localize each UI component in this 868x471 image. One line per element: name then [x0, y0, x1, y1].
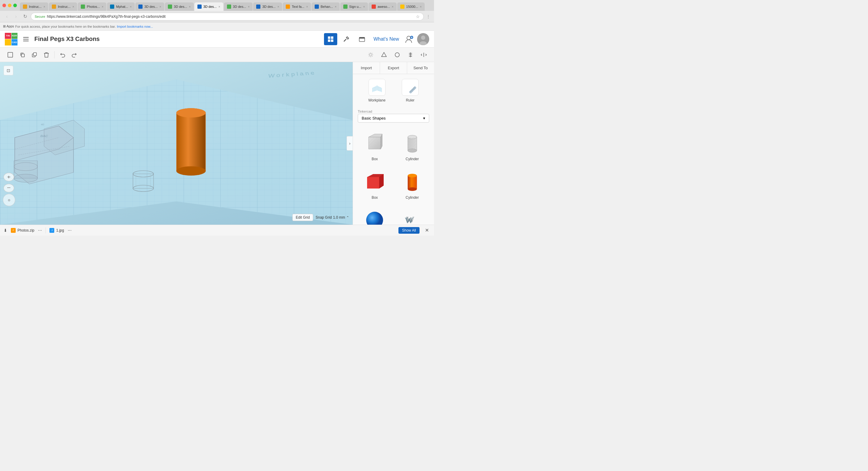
tab-5[interactable]: 3D des... ×	[135, 2, 164, 11]
tab-8[interactable]: 3D des... ×	[224, 2, 253, 11]
avatar[interactable]	[417, 33, 429, 45]
tab-10[interactable]: Text fa... ×	[283, 2, 311, 11]
shape-box-wireframe[interactable]: Box	[358, 129, 392, 164]
workplane-toggle-button[interactable]	[5, 49, 16, 60]
svg-rect-3	[328, 36, 330, 39]
view-cube[interactable]: ⊙	[2, 193, 16, 207]
shape-box-solid-label: Box	[372, 196, 378, 200]
page-title: Final Pegs X3 Carbons	[34, 36, 320, 42]
shape-box-solid[interactable]: Box	[358, 167, 392, 202]
add-user-button[interactable]	[404, 34, 415, 44]
bookmarks-message: For quick access, place your bookmarks h…	[16, 25, 116, 28]
shape-cylinder-wireframe[interactable]: Cylinder	[396, 129, 430, 164]
ruler-icon	[402, 79, 418, 96]
svg-text:−: −	[7, 185, 11, 191]
download-icon: ⬇	[4, 228, 7, 233]
snap-grid-stepper-icon[interactable]: ⌃	[346, 215, 349, 220]
svg-rect-0	[23, 37, 29, 38]
fit-view-button[interactable]: ⊡	[4, 66, 13, 75]
hamburger-menu-button[interactable]	[21, 34, 31, 44]
edit-grid-button[interactable]: Edit Grid	[292, 214, 313, 221]
star-icon[interactable]: ☆	[416, 14, 420, 19]
close-button[interactable]	[2, 4, 6, 7]
tab-3[interactable]: Photos... ×	[78, 2, 106, 11]
camera-button[interactable]	[355, 33, 369, 45]
tab-11[interactable]: Behan... ×	[312, 2, 340, 11]
tab-14[interactable]: 15000... ×	[397, 2, 425, 11]
tab-9[interactable]: 3D des... ×	[253, 2, 282, 11]
view-controls: ⊡	[4, 66, 13, 75]
duplicate-button[interactable]	[29, 49, 40, 60]
file-2: J 1.jpg	[50, 228, 64, 233]
header-actions: What's New	[324, 33, 429, 45]
shape-sphere[interactable]: Sphere	[358, 206, 392, 225]
tab-12[interactable]: Sign u... ×	[340, 2, 368, 11]
svg-point-10	[407, 36, 410, 40]
visibility-button[interactable]	[365, 49, 376, 60]
tinkercad-logo[interactable]: TIN KER CAD	[5, 33, 18, 45]
tool-button[interactable]	[340, 33, 353, 45]
viewport[interactable]: Workplane	[0, 62, 352, 225]
svg-point-29	[176, 108, 206, 117]
address-field[interactable]: Secure https://www.tinkercad.com/things/…	[31, 13, 424, 21]
svg-point-86	[408, 187, 417, 191]
snap-grid-value[interactable]: 1.0 mm	[333, 215, 345, 220]
tab-7-active[interactable]: 3D des... ×	[194, 2, 223, 11]
snap-grid-label: Snap Grid	[315, 215, 332, 220]
tab-1[interactable]: Instruc... ×	[20, 2, 48, 11]
reload-button[interactable]: ↻	[22, 13, 28, 20]
grid-view-button[interactable]	[324, 33, 337, 45]
undo-button[interactable]	[57, 49, 68, 60]
svg-point-22	[395, 53, 399, 57]
workplane-label: Workplane	[368, 98, 385, 102]
collapse-sidebar-button[interactable]: ›	[347, 136, 352, 150]
tab-4[interactable]: Mphat... ×	[107, 2, 135, 11]
address-bar: ‹ › ↻ Secure https://www.tinkercad.com/t…	[0, 11, 434, 22]
file-2-options-button[interactable]: ···	[67, 228, 71, 233]
menu-icon[interactable]: ⋮	[426, 14, 430, 19]
shapes-header: Tinkercad Basic Shapes ▾	[353, 107, 434, 125]
ruler-label: Ruler	[406, 98, 415, 102]
shape-cylinder-solid[interactable]: Cylinder	[396, 167, 430, 202]
shapes-dropdown[interactable]: Basic Shapes ▾	[358, 114, 429, 123]
import-button[interactable]: Import	[353, 62, 380, 74]
tab-6[interactable]: 3D des... ×	[165, 2, 194, 11]
circle-tool-button[interactable]	[392, 49, 403, 60]
svg-text:⊙: ⊙	[8, 198, 10, 202]
shape-cylinder-wireframe-label: Cylinder	[406, 157, 419, 161]
svg-marker-61	[369, 137, 381, 149]
import-bookmarks-link[interactable]: Import bookmarks now...	[117, 25, 153, 28]
toolbar-right	[365, 49, 429, 60]
snap-grid-control: Snap Grid 1.0 mm ⌃	[315, 215, 349, 220]
minimize-button[interactable]	[8, 4, 11, 7]
shape-text3d-preview: W W	[400, 208, 424, 225]
file-2-name: 1.jpg	[56, 228, 64, 233]
svg-rect-9	[359, 37, 365, 38]
bookmarks-bar: ⊞ Apps For quick access, place your book…	[0, 22, 434, 31]
send-to-button[interactable]: Send To	[407, 62, 434, 74]
export-button[interactable]: Export	[380, 62, 407, 74]
chevron-down-icon: ▾	[423, 116, 425, 121]
apps-button[interactable]: ⊞ Apps	[3, 24, 14, 28]
flip-button[interactable]	[418, 49, 429, 60]
back-button[interactable]: ‹	[4, 13, 10, 20]
maximize-button[interactable]	[13, 4, 17, 7]
file-1-options-button[interactable]: ···	[38, 228, 42, 233]
forward-button[interactable]: ›	[13, 13, 19, 20]
delete-button[interactable]	[41, 49, 52, 60]
file-separator	[45, 227, 46, 233]
ruler-item[interactable]: Ruler	[402, 79, 418, 102]
workplane-item[interactable]: Workplane	[368, 79, 385, 102]
svg-rect-1	[23, 39, 29, 39]
copy-button[interactable]	[17, 49, 28, 60]
bottom-close-button[interactable]: ✕	[423, 227, 430, 234]
tab-13[interactable]: aweso... ×	[369, 2, 397, 11]
show-all-button[interactable]: Show All	[398, 227, 420, 234]
file-1-name: Photos.zip	[18, 228, 34, 233]
whats-new-button[interactable]: What's New	[371, 36, 401, 42]
redo-button[interactable]	[69, 49, 80, 60]
align-button[interactable]	[405, 49, 416, 60]
shape-tool-button[interactable]	[378, 49, 390, 60]
shape-text3d[interactable]: W W Text	[396, 206, 430, 225]
tab-2[interactable]: Instruc... ×	[49, 2, 77, 11]
